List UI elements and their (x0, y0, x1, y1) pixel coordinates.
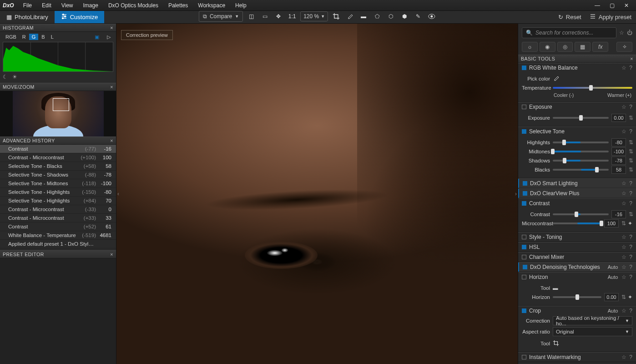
star-icon[interactable]: ☆ (621, 65, 626, 71)
cat-detail-icon[interactable]: ◎ (557, 42, 573, 52)
tool-header[interactable]: Crop Auto ☆ ? (518, 306, 636, 315)
history-item[interactable]: Contrast(-77)-16 (0, 145, 116, 153)
window-close-button[interactable]: ✕ (620, 1, 633, 10)
menu-workspace[interactable]: Workspace (193, 0, 230, 10)
star-icon[interactable]: ☆ (621, 264, 626, 270)
cat-geometry-icon[interactable]: ▦ (575, 42, 591, 52)
history-item[interactable]: Selective Tone - Highlights(+84)70 (0, 197, 116, 205)
tool-header[interactable]: Style - Toning ☆ ? (518, 233, 636, 242)
star-icon[interactable]: ☆ (621, 354, 626, 360)
spinner-icon[interactable]: ⇅ (629, 211, 632, 217)
history-item[interactable]: White Balance - Temperature(-519)4681 (0, 231, 116, 240)
keystone-tool-button[interactable]: ⬡ (385, 11, 396, 22)
tool-enable-checkbox[interactable] (522, 201, 526, 206)
star-icon[interactable]: ☆ (621, 274, 626, 280)
clipping-highlights-icon[interactable]: ▷ (104, 34, 113, 40)
param-slider[interactable] (553, 213, 609, 215)
menu-image[interactable]: Image (79, 0, 103, 10)
tool-header[interactable]: Selective Tone ☆ ? (518, 127, 636, 136)
param-slider[interactable] (553, 142, 609, 143)
window-maximize-button[interactable]: ▢ (605, 1, 619, 10)
history-item[interactable]: Selective Tone - Shadows(-88)-78 (0, 171, 116, 179)
menu-edit[interactable]: Edit (37, 0, 56, 10)
history-item[interactable]: Contrast - Microcontrast(-33)0 (0, 205, 116, 214)
search-corrections-input[interactable]: 🔍 Search for corrections... (522, 27, 616, 38)
star-icon[interactable]: ☆ (621, 234, 626, 240)
aspect-select[interactable]: Original ▼ (553, 327, 632, 336)
tool-enable-checkbox[interactable] (523, 191, 527, 196)
window-minimize-button[interactable]: — (591, 1, 604, 10)
help-icon[interactable]: ? (629, 254, 632, 260)
history-item[interactable]: Selective Tone - Highlights(-150)-80 (0, 188, 116, 197)
perspective-tool-button[interactable]: ⬠ (372, 11, 383, 22)
history-item[interactable]: Selective Tone - Midtones(-118)-100 (0, 179, 116, 188)
tool-enable-checkbox[interactable] (522, 235, 526, 239)
param-value[interactable]: -80 (611, 138, 626, 147)
split-view-button[interactable]: ◫ (246, 11, 257, 22)
tool-header[interactable]: Horizon Auto ☆ ? (518, 273, 636, 282)
navigator-thumbnail[interactable] (0, 91, 116, 136)
history-item[interactable]: Contrast(+52)61 (0, 222, 116, 231)
exposure-value[interactable]: 0.00 (611, 114, 626, 122)
spinner-icon[interactable]: ⇅ (629, 157, 632, 164)
star-icon[interactable]: ☆ (621, 308, 626, 314)
close-icon[interactable]: × (110, 25, 113, 30)
menu-view[interactable]: View (57, 0, 78, 10)
help-icon[interactable]: ? (629, 190, 632, 197)
move-tool-button[interactable]: ✥ (273, 11, 284, 22)
tool-header[interactable]: HSL ☆ ? (518, 243, 636, 252)
cat-color-icon[interactable]: ◉ (540, 42, 555, 52)
eye-preview-button[interactable] (426, 11, 437, 22)
param-value[interactable]: -16 (611, 210, 626, 218)
wand-icon[interactable]: ✦ (628, 294, 632, 300)
param-slider[interactable] (553, 160, 609, 162)
basic-tools-header[interactable]: BASIC TOOLS × (518, 55, 636, 63)
help-icon[interactable]: ? (629, 274, 632, 280)
star-favorites-icon[interactable]: ☆ (619, 30, 624, 36)
help-icon[interactable]: ? (629, 354, 632, 360)
horizon-tool-icon[interactable]: ▬ (553, 285, 558, 291)
tool-enable-checkbox[interactable] (523, 181, 527, 186)
image-viewer[interactable]: Correction preview (116, 24, 518, 364)
close-icon[interactable]: × (110, 84, 113, 90)
tool-header[interactable]: DxO ClearView Plus ☆ ? (518, 189, 636, 198)
tool-header[interactable]: Instant Watermarking ☆ ? (518, 353, 636, 362)
eyedropper-icon[interactable] (553, 75, 559, 82)
channel-l[interactable]: L (48, 34, 56, 40)
param-slider[interactable] (553, 169, 609, 171)
horizon-slider[interactable] (553, 296, 601, 298)
channel-b[interactable]: B (39, 34, 47, 40)
help-icon[interactable]: ? (629, 308, 632, 314)
crop-tool-icon[interactable] (553, 340, 559, 347)
close-icon[interactable]: × (110, 252, 113, 257)
tool-enable-checkbox[interactable] (522, 245, 526, 249)
spinner-icon[interactable]: ⇅ (629, 139, 632, 146)
movezoom-panel-header[interactable]: MOVE/ZOOM × (0, 83, 116, 91)
preset-editor-header[interactable]: PRESET EDITOR × (0, 250, 116, 258)
history-item[interactable]: Selective Tone - Blacks(+58)58 (0, 162, 116, 171)
menu-help[interactable]: Help (231, 0, 251, 10)
channel-r[interactable]: R (20, 34, 29, 40)
spinner-icon[interactable]: ⇅ (621, 294, 625, 300)
zoom-select[interactable]: 120 % ▼ (300, 11, 328, 21)
tool-header[interactable]: Contrast ☆ ? (518, 199, 636, 208)
param-value[interactable]: 58 (611, 166, 626, 174)
eyedropper-button[interactable] (344, 11, 355, 22)
history-item[interactable]: Contrast - Microcontrast(+100)100 (0, 153, 116, 162)
star-icon[interactable]: ☆ (621, 254, 626, 260)
cat-light-icon[interactable]: ☼ (522, 42, 538, 52)
tool-enable-checkbox[interactable] (522, 255, 526, 259)
cat-fx-icon[interactable]: fx (592, 42, 608, 52)
star-icon[interactable]: ☆ (621, 104, 626, 110)
navigator-viewport-rect[interactable] (53, 98, 69, 111)
tool-header[interactable]: Channel Mixer ☆ ? (518, 253, 636, 262)
history-item[interactable]: Applied default preset 1 - DxO Style - N… (0, 240, 116, 248)
tab-photolibrary[interactable]: ▦ PhotoLibrary (0, 11, 55, 23)
spinner-icon[interactable]: ⇅ (629, 115, 632, 121)
left-panel-grip[interactable]: ‹ (116, 185, 120, 203)
toggle-on-icon[interactable]: ⏻ (627, 30, 632, 36)
exposure-slider[interactable] (553, 117, 609, 119)
help-icon[interactable]: ? (629, 104, 632, 110)
correction-select[interactable]: Auto based on keystoning / ho... ▼ (553, 316, 632, 325)
close-icon[interactable]: × (110, 138, 113, 143)
